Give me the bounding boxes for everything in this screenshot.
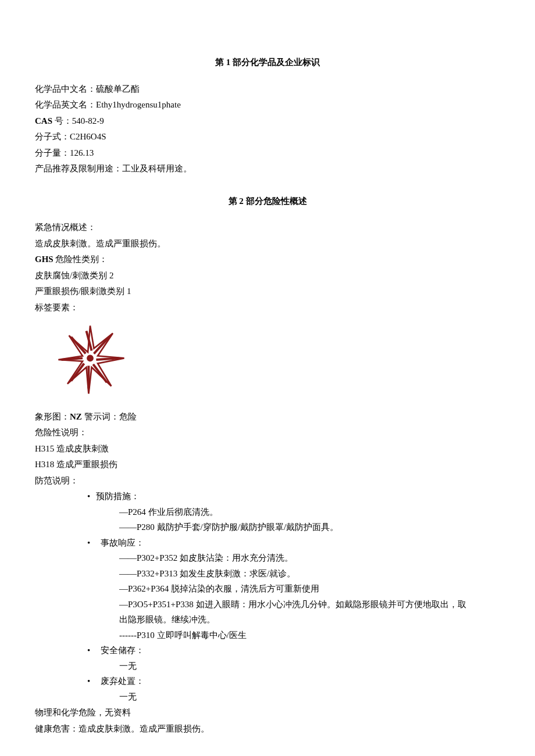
weight-value: 126.13 [70,148,94,157]
cas-value: 540-82-9 [72,116,104,126]
ghs-suffix: 危险性类别： [54,255,108,264]
physical-label: 物理和化学危险， [35,708,105,717]
ghs-cat1: 皮肤腐蚀/刺激类别 2 [35,268,500,284]
bullet-section: 预防措施： —P264 作业后彻底清洗。 ——P280 戴防护手套/穿防护服/戴… [87,489,500,704]
storage-title-text: 安全储存： [101,646,144,655]
disposal-value: 一无 [119,690,500,705]
response-title-text: 事故响应： [101,538,144,547]
chinese-name-value: 硫酸单乙酯 [96,84,140,94]
label-elements: 标签要素： [35,300,500,316]
p332: ——P332+P313 如发生皮肤刺激：求医/就诊。 [119,567,500,582]
signal-value: 危险 [119,412,137,421]
disposal-title: 废弃处置： [87,674,500,689]
usage-label: 产品推荐及限制用途： [35,164,122,173]
title-suffix: 部分化学品及企业标识 [233,58,320,67]
chinese-name-field: 化学品中文名：硫酸单乙酯 [35,82,500,97]
cas-suffix: 号： [52,116,72,126]
pictogram-label: 象形图： [35,412,70,421]
prevention-title: 预防措施： [87,489,500,504]
section-1-title: 第 1 部分化学品及企业标识 [35,55,500,70]
h318: H318 造成严重眼损伤 [35,457,500,472]
emergency-value: 造成皮肤刺激。造成严重眼损伤。 [35,237,500,252]
formula-value: C2H6O4S [70,132,106,141]
p362: —P362+P364 脱掉沾染的衣服，清洗后方可重新使用 [119,582,500,597]
emergency-value-text: 造成皮肤刺激。造成严重眼损伤。 [35,239,166,248]
formula-field: 分子式：C2H6O4S [35,130,500,145]
ghs-cat2: 严重眼损伤/眼刺激类别 1 [35,284,500,299]
p280: ——P280 戴防护手套/穿防护服/戴防护眼罩/戴防护面具。 [119,520,500,535]
emergency-label: 紧急情况概述： [35,220,500,235]
weight-label: 分子量： [35,148,70,157]
chinese-name-label: 化学品中文名： [35,84,96,94]
health-hazard: 健康危害：造成皮肤刺激。造成严重眼损伤。 [35,722,500,737]
ghs-bold: GHS [35,255,54,264]
cas-field: CAS 号：540-82-9 [35,114,500,129]
p264: —P264 作业后彻底清洗。 [119,505,500,520]
english-name-field: 化学品英文名：Ethy1hydrogensu1phate [35,98,500,113]
section-2-title: 第 2 部分危险性概述 [35,194,500,209]
ghs-label: GHS 危险性类别： [35,252,500,267]
usage-field: 产品推荐及限制用途：工业及科研用途。 [35,162,500,177]
pictogram-nz: NZ [70,412,82,421]
title-prefix: 第 [215,58,224,67]
p310: ------P310 立即呼叫解毒中心/医生 [119,628,500,643]
cas-label: CAS [35,116,52,126]
signal-label: 警示词： [82,412,119,421]
p305: —P3O5+P351+P338 如进入眼睛：用水小心冲洗几分钟。如戴隐形眼镜并可… [119,597,500,612]
p305-cont: 出隐形眼镜。继续冲洗。 [119,612,500,628]
physical-hazard: 物理和化学危险，无资料 [35,705,500,721]
p302: ——P302+P352 如皮肤沾染：用水充分清洗。 [119,551,500,566]
physical-value: 无资料 [105,708,131,717]
health-value: 造成皮肤刺激。造成严重眼损伤。 [79,724,209,733]
storage-title: 安全储存： [87,643,500,658]
pictogram-line: 象形图：NZ 警示词：危险 [35,410,500,425]
english-name-label: 化学品英文名： [35,100,96,109]
h315: H315 造成皮肤刺激 [35,442,500,457]
title-num: 2 [239,196,244,206]
health-label: 健康危害： [35,724,79,733]
title-prefix: 第 [229,196,237,206]
formula-label: 分子式： [35,132,70,141]
title-suffix: 部分危险性概述 [246,196,307,206]
english-name-value: Ethy1hydrogensu1phate [96,100,181,109]
prevention-header: 防范说明： [35,474,500,489]
hazard-statement-label: 危险性说明： [35,425,500,440]
storage-value: 一无 [119,659,500,674]
title-num: 1 [226,58,231,67]
hazard-pictogram-icon [52,322,128,397]
emergency-label-text: 紧急情况概述： [35,223,96,232]
disposal-title-text: 废弃处置： [101,676,144,686]
usage-value: 工业及科研用途。 [122,164,192,173]
weight-field: 分子量：126.13 [35,146,500,161]
svg-point-0 [87,355,93,361]
response-title: 事故响应： [87,536,500,551]
